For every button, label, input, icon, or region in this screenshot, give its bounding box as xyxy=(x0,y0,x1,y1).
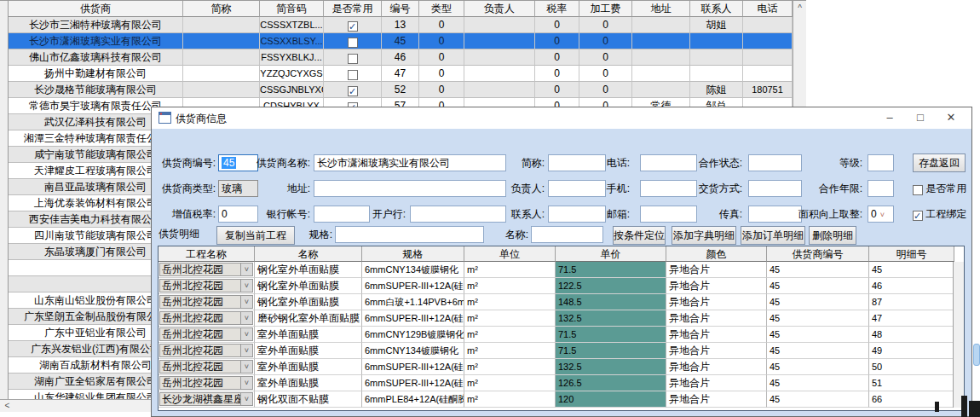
chevron-down-icon[interactable]: ˅ xyxy=(240,377,252,389)
column-header[interactable]: 联系人 xyxy=(690,1,743,17)
cell-price[interactable]: 122.5 xyxy=(556,278,666,294)
cell-color[interactable]: 异地合片 xyxy=(666,294,767,310)
cell-unit[interactable]: m² xyxy=(464,391,556,408)
cell-name[interactable]: 室外单面贴膜 xyxy=(255,343,362,359)
cell-detail-no[interactable]: 45 xyxy=(869,262,954,278)
grid-row[interactable]: 岳州北控花园˅钢化室外单面贴膜6mmSUPER-III+12A(硅...m²12… xyxy=(159,278,953,294)
table-row[interactable]: 长沙市潇湘玻璃实业有限公司CSSXXBLSY...45000 xyxy=(9,33,793,49)
cell-name[interactable]: 钢化室外单面贴膜 xyxy=(255,278,362,294)
column-header[interactable]: 税率 xyxy=(535,1,579,17)
cell-unit[interactable]: m² xyxy=(464,343,556,359)
cell-color[interactable]: 异地合片 xyxy=(666,359,767,375)
cell-detail-no[interactable]: 51 xyxy=(869,375,954,391)
project-combobox[interactable]: 岳州北控花园˅ xyxy=(159,344,253,357)
save-return-button[interactable]: 存盘返回 xyxy=(913,153,966,172)
grid-row[interactable]: 岳州北控花园˅室外单面贴膜6mmCNY134镀膜钢化m²71.5异地合片4549 xyxy=(159,343,953,359)
cell-color[interactable]: 异地合片 xyxy=(666,327,767,343)
cell-name[interactable]: 钢化双面不贴膜 xyxy=(255,391,362,408)
cell-color[interactable]: 异地合片 xyxy=(666,310,767,327)
chevron-down-icon[interactable]: ˅ xyxy=(240,312,252,324)
manager-field[interactable] xyxy=(548,180,606,197)
column-header[interactable]: 类型 xyxy=(419,1,464,17)
cell-spec[interactable]: 6mmSUPER-III+12A(硅... xyxy=(362,359,464,375)
cell-spec[interactable]: 6mmSUPER-III+12A(硅... xyxy=(362,375,464,391)
scroll-up-icon[interactable]: ^ xyxy=(793,1,806,15)
cell-supplier-no[interactable]: 45 xyxy=(767,310,869,327)
chevron-down-icon[interactable]: ˅ xyxy=(240,361,252,373)
project-combobox[interactable]: 岳州北控花园˅ xyxy=(159,327,253,341)
column-header[interactable]: 是否常用 xyxy=(324,1,382,17)
chevron-down-icon[interactable]: ˅ xyxy=(240,264,252,275)
cell-project[interactable]: 岳州北控花园˅ xyxy=(159,327,255,343)
cell-project[interactable]: 岳州北控花园˅ xyxy=(159,262,255,278)
cell-detail-no[interactable]: 87 xyxy=(869,294,954,310)
cell-detail-no[interactable]: 48 xyxy=(869,327,954,343)
grid-row[interactable]: 长沙龙湖祺鑫星座˅钢化双面不贴膜6mmPLE84+12A(硅酮胶...m²120… xyxy=(159,391,953,408)
table-row[interactable]: 长沙晟格节能玻璃有限公司CSSGJNBLYXGS✓52000陈姐180751 xyxy=(9,82,793,98)
checkbox-unchecked-icon[interactable] xyxy=(348,38,358,48)
phone-field[interactable] xyxy=(640,154,697,171)
coop-years-field[interactable] xyxy=(868,180,894,197)
cell-spec[interactable]: 6mmPLE84+12A(硅酮胶... xyxy=(362,391,464,408)
cell-project[interactable]: 岳州北控花园˅ xyxy=(159,359,255,375)
table-row[interactable]: 扬州中勤建材有限公司YZZQJCYXGS47000 xyxy=(9,66,793,82)
grid-row[interactable]: 岳州北控花园˅室外单面贴膜6mmSUPER-III+12A(硅...m²126.… xyxy=(159,375,953,391)
cell-color[interactable]: 异地合片 xyxy=(666,343,767,359)
common-use-checkbox[interactable]: 是否常用 xyxy=(913,180,966,197)
cell-unit[interactable]: m² xyxy=(464,375,556,391)
cell-price[interactable]: 71.5 xyxy=(556,327,666,343)
delete-detail-button[interactable]: 删除明细 xyxy=(809,226,856,245)
contact-field[interactable] xyxy=(548,206,606,223)
column-header[interactable]: 简称 xyxy=(183,1,260,17)
locate-by-condition-button[interactable]: 按条件定位 xyxy=(613,226,666,245)
column-header[interactable]: 地址 xyxy=(632,1,690,17)
cell-supplier-no[interactable]: 45 xyxy=(767,327,869,343)
project-combobox[interactable]: 岳州北控花园˅ xyxy=(159,360,253,374)
grid-column-header[interactable]: 供货商编号 xyxy=(767,246,869,262)
cell-supplier-no[interactable]: 45 xyxy=(767,391,869,408)
column-header[interactable]: 供货商 xyxy=(9,1,183,17)
checkbox-unchecked-icon[interactable] xyxy=(348,70,358,80)
project-binding-checkbox[interactable]: ✓ 工程绑定 xyxy=(913,206,966,223)
cell-project[interactable]: 长沙龙湖祺鑫星座˅ xyxy=(159,391,255,408)
grid-column-header[interactable]: 名称 xyxy=(255,246,362,262)
cell-detail-no[interactable]: 46 xyxy=(869,278,954,294)
close-button[interactable]: ✕ xyxy=(939,107,963,128)
cell-name[interactable]: 磨砂钢化室外单面贴膜 xyxy=(255,310,362,327)
table-horizontal-scrollbar[interactable]: < xyxy=(0,399,151,412)
address-field[interactable] xyxy=(314,180,506,197)
cell-supplier-no[interactable]: 45 xyxy=(767,262,869,278)
cell-name[interactable]: 钢化室外单面贴膜 xyxy=(255,294,362,310)
grid-column-header[interactable]: 明细号 xyxy=(869,246,954,262)
grid-column-header[interactable]: 单位 xyxy=(464,246,556,262)
cell-price[interactable]: 71.5 xyxy=(556,262,666,278)
chevron-down-icon[interactable]: ˅ xyxy=(240,328,252,340)
checkbox-checked-icon[interactable]: ✓ xyxy=(348,86,358,96)
supplier-name-field[interactable]: 长沙市潇湘玻璃实业有限公司 xyxy=(314,154,506,171)
bank-account-field[interactable] xyxy=(314,206,370,223)
checkbox-checked-icon[interactable]: ✓ xyxy=(348,21,358,32)
project-combobox[interactable]: 长沙龙湖祺鑫星座˅ xyxy=(159,392,253,406)
cell-spec[interactable]: 6mmCNY134镀膜钢化 xyxy=(362,343,464,359)
maximize-button[interactable]: □ xyxy=(908,107,932,128)
cell-spec[interactable]: 6mmSUPER-III+12A(硅... xyxy=(362,278,464,294)
cell-project[interactable]: 岳州北控花园˅ xyxy=(159,375,255,391)
scroll-left-icon[interactable]: < xyxy=(2,401,13,411)
project-combobox[interactable]: 岳州北控花园˅ xyxy=(159,263,253,276)
column-header[interactable]: 负责人 xyxy=(464,1,535,17)
cell-color[interactable]: 异地合片 xyxy=(666,262,767,278)
project-combobox[interactable]: 岳州北控花园˅ xyxy=(159,376,253,390)
cell-detail-no[interactable]: 47 xyxy=(869,310,954,327)
column-header[interactable]: 加工费 xyxy=(579,1,632,17)
cell-price[interactable]: 132.5 xyxy=(556,359,666,375)
copy-current-project-button[interactable]: 复制当前工程 xyxy=(216,226,295,245)
cell-unit[interactable]: m² xyxy=(464,359,556,375)
grid-column-header[interactable]: 工程名称 xyxy=(159,246,255,262)
cell-supplier-no[interactable]: 45 xyxy=(767,278,869,294)
table-row[interactable]: 佛山市亿鑫玻璃科技有限公司FSSYXBLKJ...46000 xyxy=(9,49,793,66)
column-header[interactable]: 简音码 xyxy=(260,1,324,17)
mobile-field[interactable] xyxy=(640,180,697,197)
cell-name[interactable]: 室外单面贴膜 xyxy=(255,375,362,391)
cell-price[interactable]: 132.5 xyxy=(556,310,666,327)
cell-spec[interactable]: 6mm白玻+1.14PVB+6mm... xyxy=(362,294,464,310)
